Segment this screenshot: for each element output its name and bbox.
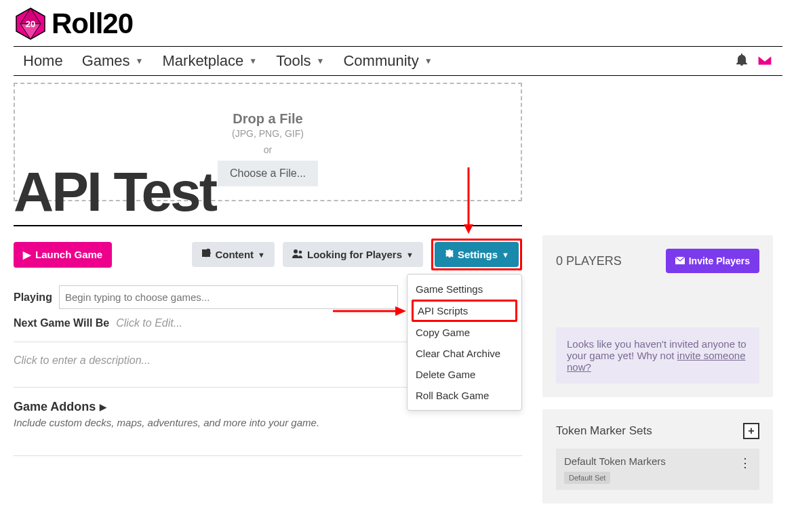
gear-icon — [444, 249, 454, 260]
invite-notice: Looks like you haven't invited anyone to… — [556, 327, 759, 384]
dropzone-title: Drop a File — [15, 111, 521, 127]
tms-item-title: Default Token Markers — [564, 455, 666, 467]
chevron-down-icon: ▼ — [249, 56, 257, 66]
game-title: API Test — [14, 164, 522, 220]
menu-api-scripts[interactable]: API Scripts — [414, 302, 515, 320]
navbar: Home Games▼ Marketplace▼ Tools▼ Communit… — [14, 46, 782, 76]
addons-subtitle: Include custom decks, maps, adventures, … — [14, 417, 522, 428]
users-icon — [292, 249, 303, 260]
invite-players-button[interactable]: Invite Players — [666, 249, 759, 273]
next-game-label: Next Game Will Be — [14, 317, 109, 329]
token-marker-set-item: Default Token Markers Default Set ⋮ — [556, 449, 759, 490]
svg-text:20: 20 — [26, 19, 35, 29]
tms-header: Token Marker Sets + — [556, 423, 759, 439]
kebab-menu-icon[interactable]: ⋮ — [739, 455, 751, 470]
game-title-wrap: API Test — [14, 164, 522, 226]
chevron-down-icon: ▼ — [136, 56, 144, 66]
action-button-row: ▶ Launch Game Content ▼ Looking for Play… — [14, 239, 522, 270]
chevron-right-icon: ▶ — [100, 402, 106, 412]
players-panel: 0 PLAYERS Invite Players Looks like you … — [542, 235, 773, 397]
play-icon: ▶ — [23, 249, 31, 261]
annotation-highlight: API Scripts — [412, 300, 517, 322]
menu-clear-chat-archive[interactable]: Clear Chat Archive — [407, 343, 521, 364]
players-count: 0 PLAYERS — [556, 254, 622, 268]
tms-title: Token Marker Sets — [556, 424, 652, 438]
menu-roll-back-game[interactable]: Roll Back Game — [407, 385, 521, 406]
main-column: Drop a File (JPG, PNG, GIF) or Choose a … — [14, 83, 522, 456]
players-header: 0 PLAYERS Invite Players — [556, 249, 759, 273]
launch-game-button[interactable]: ▶ Launch Game — [14, 242, 112, 268]
settings-dropdown: Game Settings API Scripts Copy Game Clea… — [407, 274, 522, 411]
header: 20 Roll20 — [0, 0, 796, 41]
side-column: 0 PLAYERS Invite Players Looks like you … — [542, 235, 773, 504]
dropzone-subtitle: (JPG, PNG, GIF) — [15, 128, 521, 139]
d20-icon: 20 — [14, 7, 47, 41]
looking-for-players-button[interactable]: Looking for Players ▼ — [283, 242, 423, 267]
playing-label: Playing — [14, 291, 52, 304]
menu-game-settings[interactable]: Game Settings — [407, 279, 521, 300]
nav-tools[interactable]: Tools▼ — [266, 52, 334, 70]
bell-icon[interactable] — [736, 54, 747, 69]
nav-home[interactable]: Home — [14, 52, 73, 70]
mail-icon[interactable] — [758, 54, 772, 68]
envelope-icon — [675, 255, 685, 266]
settings-wrap: Settings ▼ Game Settings API Scripts — [431, 239, 522, 270]
menu-copy-game[interactable]: Copy Game — [407, 322, 521, 343]
playing-input[interactable] — [59, 285, 398, 309]
annotation-highlight: Settings ▼ — [431, 239, 522, 270]
chevron-down-icon: ▼ — [317, 56, 325, 66]
nav-marketplace[interactable]: Marketplace▼ — [153, 52, 267, 70]
logo[interactable]: 20 Roll20 — [14, 7, 782, 41]
dropzone-or: or — [15, 144, 521, 155]
svg-point-7 — [299, 251, 302, 254]
nav-community[interactable]: Community▼ — [334, 52, 441, 70]
content-button[interactable]: Content ▼ — [192, 242, 275, 267]
chevron-down-icon: ▼ — [258, 251, 265, 259]
svg-point-6 — [294, 249, 298, 253]
add-token-marker-set-button[interactable]: + — [743, 423, 759, 439]
nav-games[interactable]: Games▼ — [73, 52, 153, 70]
token-marker-sets-panel: Token Marker Sets + Default Token Marker… — [542, 409, 773, 504]
chevron-down-icon: ▼ — [424, 56, 433, 66]
content: Drop a File (JPG, PNG, GIF) or Choose a … — [0, 76, 796, 517]
settings-button[interactable]: Settings ▼ — [435, 242, 519, 267]
brand-name: Roll20 — [52, 7, 133, 40]
default-set-badge: Default Set — [564, 472, 610, 484]
menu-delete-game[interactable]: Delete Game — [407, 364, 521, 385]
chevron-down-icon: ▼ — [406, 251, 414, 259]
book-icon — [201, 249, 211, 260]
next-game-placeholder[interactable]: Click to Edit... — [116, 317, 182, 329]
chevron-down-icon: ▼ — [502, 251, 509, 259]
